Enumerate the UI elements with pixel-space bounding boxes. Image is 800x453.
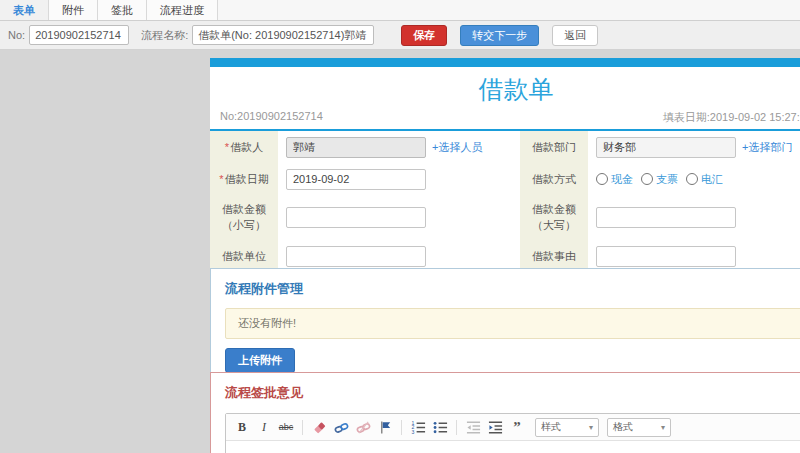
svg-text:3: 3 [411, 428, 414, 434]
tab-progress[interactable]: 流程进度 [147, 0, 218, 20]
tab-attachments[interactable]: 附件 [49, 0, 98, 20]
amount-upper-label: 借款金额（大写） [520, 195, 588, 239]
required-mark: * [219, 173, 223, 185]
loan-unit-input[interactable] [286, 246, 426, 267]
view-tabs: 表单 附件 签批 流程进度 [0, 0, 800, 21]
approval-panel: 流程签批意见 B I abc [210, 372, 800, 453]
toolbar-separator [302, 420, 303, 435]
form-title: 借款单 [210, 67, 800, 108]
italic-button[interactable]: I [254, 417, 274, 437]
radio-cash-label[interactable]: 现金 [611, 172, 633, 187]
indent-icon[interactable] [485, 417, 505, 437]
outdent-icon[interactable] [463, 417, 483, 437]
attachments-panel: 流程附件管理 还没有附件! 上传附件 [210, 268, 800, 384]
save-button[interactable]: 保存 [401, 25, 447, 46]
anchor-flag-icon[interactable] [375, 417, 395, 437]
form-fields-grid: *借款人 +选择人员 借款部门 +选择部门 *借款日期 借款方式 [210, 131, 800, 273]
department-input[interactable] [596, 137, 736, 158]
loan-date-label: *借款日期 [210, 163, 278, 195]
select-department-link[interactable]: +选择部门 [742, 140, 792, 155]
attachments-heading: 流程附件管理 [225, 280, 800, 298]
strikethrough-button[interactable]: abc [276, 417, 296, 437]
remove-format-icon[interactable] [309, 417, 329, 437]
column-gap [512, 195, 520, 239]
radio-wire[interactable] [686, 173, 698, 185]
loan-form-panel: 借款单 No:20190902152714 填表日期:2019-09-02 15… [210, 58, 800, 275]
style-dropdown[interactable]: 样式 ▾ [535, 418, 599, 437]
back-button[interactable]: 返回 [552, 25, 598, 46]
page-body: 借款单 No:20190902152714 填表日期:2019-09-02 15… [0, 50, 800, 453]
format-dropdown[interactable]: 格式 ▾ [607, 418, 671, 437]
no-label: No: [8, 29, 25, 41]
numbered-list-icon[interactable]: 123 [408, 417, 428, 437]
tab-approval[interactable]: 签批 [98, 0, 147, 20]
forward-next-step-button[interactable]: 转交下一步 [460, 25, 539, 46]
no-attachments-alert: 还没有附件! [225, 308, 800, 339]
unlink-icon[interactable] [353, 417, 373, 437]
radio-cash[interactable] [596, 173, 608, 185]
loan-method-label: 借款方式 [520, 163, 588, 195]
panel-top-accent [210, 58, 800, 67]
no-input[interactable] [29, 25, 129, 45]
process-name-label: 流程名称: [141, 28, 188, 43]
blockquote-button[interactable]: ” [507, 417, 527, 437]
doc-number: No:20190902152714 [220, 110, 323, 125]
chevron-down-icon: ▾ [661, 423, 665, 432]
bulleted-list-icon[interactable] [430, 417, 450, 437]
loan-method-options: 现金 支票 电汇 [596, 172, 729, 187]
form-info-row: No:20190902152714 填表日期:2019-09-02 15:27:… [210, 108, 800, 129]
editor-toolbar: B I abc 123 [226, 414, 800, 441]
link-icon[interactable] [331, 417, 351, 437]
borrower-label: *借款人 [210, 131, 278, 163]
column-gap [512, 163, 520, 195]
comment-editor: B I abc 123 [225, 413, 800, 453]
loan-reason-input[interactable] [596, 246, 736, 267]
radio-wire-label[interactable]: 电汇 [701, 172, 723, 187]
department-label: 借款部门 [520, 131, 588, 163]
upload-attachment-button[interactable]: 上传附件 [225, 348, 295, 373]
process-name-input[interactable] [192, 25, 374, 45]
chevron-down-icon: ▾ [589, 423, 593, 432]
fill-date: 填表日期:2019-09-02 15:27:14 [663, 110, 800, 125]
select-person-link[interactable]: +选择人员 [432, 140, 482, 155]
toolbar-separator [401, 420, 402, 435]
radio-cheque-label[interactable]: 支票 [656, 172, 678, 187]
required-mark: * [225, 141, 229, 153]
approval-heading: 流程签批意见 [225, 384, 800, 402]
amount-lower-input[interactable] [286, 207, 426, 228]
amount-upper-input[interactable] [596, 207, 736, 228]
amount-lower-label: 借款金额（小写） [210, 195, 278, 239]
column-gap [512, 131, 520, 163]
action-toolbar: No: 流程名称: 保存 转交下一步 返回 [0, 21, 800, 50]
radio-cheque[interactable] [641, 173, 653, 185]
toolbar-separator [456, 420, 457, 435]
bold-button[interactable]: B [232, 417, 252, 437]
editor-content[interactable] [226, 441, 800, 453]
loan-date-input[interactable] [286, 169, 426, 190]
borrower-input[interactable] [286, 137, 426, 158]
tab-form[interactable]: 表单 [0, 0, 49, 20]
